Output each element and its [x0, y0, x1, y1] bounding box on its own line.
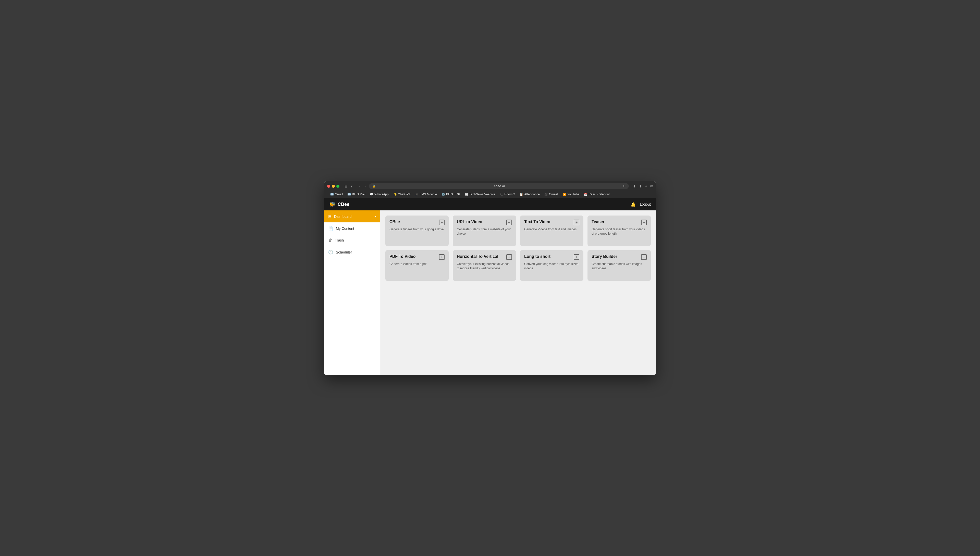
attendance-icon: 📋 [520, 193, 523, 196]
window-controls: ⊞ ▾ [343, 184, 353, 189]
gmeet-icon: 🎥 [544, 193, 548, 196]
card-cbee-description: Generate Videos from your google drive [389, 227, 445, 231]
card-text-to-video-add-button[interactable]: + [574, 220, 579, 225]
forward-button[interactable]: › [363, 184, 367, 189]
sidebar: ⊞ Dashboard ▾ 📄 My Content 🗑 Trash 🕐 Sch… [324, 210, 380, 375]
bookmark-lms[interactable]: 🎓 LMS Moodle [413, 192, 439, 197]
card-pdf-to-video-add-button[interactable]: + [439, 254, 445, 260]
sidebar-item-scheduler[interactable]: 🕐 Scheduler [324, 246, 380, 258]
card-h2v-title: Horizontal To Vertical [457, 254, 498, 259]
sidebar-toggle-icon[interactable]: ⊞ [343, 184, 348, 189]
youtube-icon: ▶️ [563, 193, 566, 196]
erp-icon: ⚙️ [442, 193, 445, 196]
bookmark-label: YouTube [567, 192, 579, 196]
file-icon: 📄 [328, 226, 333, 231]
card-url-to-video-add-button[interactable]: + [506, 220, 512, 225]
bookmark-label: Gmeet [549, 192, 558, 196]
bits-mail-icon: 📧 [347, 193, 351, 196]
bookmark-gmail[interactable]: 📧 Gmail [328, 192, 345, 197]
refresh-icon[interactable]: ↻ [623, 184, 626, 188]
gmail-icon: 📧 [330, 193, 334, 196]
bookmark-react-calendar[interactable]: 📅 React Calendar [582, 192, 612, 197]
close-button[interactable] [327, 185, 330, 188]
card-teaser-header: Teaser + [591, 220, 647, 225]
card-story-builder[interactable]: Story Builder + Create shareable stories… [588, 250, 651, 281]
card-pdf-to-video[interactable]: PDF To Video + Generate videos from a pd… [386, 250, 449, 281]
card-text-to-video-title: Text To Video [524, 220, 550, 224]
calendar-icon: 📅 [584, 193, 588, 196]
new-tab-icon[interactable]: + [645, 184, 647, 188]
bookmark-youtube[interactable]: ▶️ YouTube [561, 192, 582, 197]
bookmark-label: TechNews Veehive [469, 192, 495, 196]
minimize-button[interactable] [332, 185, 335, 188]
chatgpt-icon: ✨ [393, 193, 397, 196]
card-url-to-video-title: URL to Video [457, 220, 482, 224]
lms-icon: 🎓 [415, 193, 419, 196]
bookmark-whatsapp[interactable]: 💬 WhatsApp [368, 192, 390, 197]
technews-icon: 📰 [465, 193, 468, 196]
card-teaser-description: Generate short teaser from your videos o… [591, 227, 647, 236]
browser-titlebar: ⊞ ▾ ‹ › 🔒 cbee.ai ↻ ⬇ ⬆ + ⧉ [327, 183, 653, 189]
sidebar-item-dashboard[interactable]: ⊞ Dashboard ▾ [324, 210, 380, 222]
bookmark-technews[interactable]: 📰 TechNews Veehive [463, 192, 497, 197]
bookmark-label: WhatsApp [374, 192, 389, 196]
card-cbee-add-button[interactable]: + [439, 220, 445, 225]
card-teaser-add-button[interactable]: + [641, 220, 647, 225]
address-bar[interactable]: 🔒 cbee.ai ↻ [369, 183, 628, 189]
main-content: CBee + Generate Videos from your google … [380, 210, 656, 375]
bookmark-label: Gmail [335, 192, 343, 196]
card-url-to-video-header: URL to Video + [457, 220, 512, 225]
bookmark-room2[interactable]: 📞 Room 2 [498, 192, 517, 197]
lock-icon: 🔒 [372, 184, 376, 188]
share-icon[interactable]: ⬆ [639, 184, 642, 188]
browser-chrome: ⊞ ▾ ‹ › 🔒 cbee.ai ↻ ⬇ ⬆ + ⧉ 📧 Gmail [324, 181, 656, 198]
app-logo: 🐝 CBee [329, 201, 349, 207]
bookmarks-bar: 📧 Gmail 📧 BITS Mail 💬 WhatsApp ✨ ChatGPT… [327, 191, 653, 198]
card-teaser-title: Teaser [591, 220, 604, 224]
card-h2v-header: Horizontal To Vertical + [457, 254, 512, 260]
sidebar-item-trash[interactable]: 🗑 Trash [324, 234, 380, 246]
tabs-icon[interactable]: ⧉ [650, 184, 653, 188]
bookmark-gmeet[interactable]: 🎥 Gmeet [542, 192, 560, 197]
chevron-down-icon[interactable]: ▾ [350, 184, 353, 189]
card-long-to-short[interactable]: Long to short + Convert your long videos… [520, 250, 583, 281]
card-l2s-title: Long to short [524, 254, 551, 259]
card-story-header: Story Builder + [591, 254, 647, 260]
bookmark-label: React Calendar [588, 192, 610, 196]
card-l2s-header: Long to short + [524, 254, 579, 260]
card-story-add-button[interactable]: + [641, 254, 647, 260]
bookmark-label: LMS Moodle [420, 192, 437, 196]
bee-icon: 🐝 [329, 201, 335, 207]
card-cbee[interactable]: CBee + Generate Videos from your google … [386, 215, 449, 246]
card-url-to-video[interactable]: URL to Video + Generate Videos from a we… [453, 215, 516, 246]
bookmark-attendance[interactable]: 📋 Attendance [518, 192, 542, 197]
chevron-icon: ▾ [374, 215, 376, 218]
bookmark-bits-mail[interactable]: 📧 BITS Mail [345, 192, 367, 197]
card-pdf-to-video-title: PDF To Video [389, 254, 416, 259]
back-button[interactable]: ‹ [358, 184, 362, 189]
bookmark-bits-erp[interactable]: ⚙️ BITS ERP [439, 192, 462, 197]
bookmark-label: Attendance [524, 192, 540, 196]
maximize-button[interactable] [336, 185, 339, 188]
trash-icon: 🗑 [328, 238, 332, 242]
logout-button[interactable]: Logout [640, 202, 651, 206]
sidebar-label-scheduler: Scheduler [336, 250, 352, 254]
clock-icon: 🕐 [328, 250, 333, 255]
card-h2v-add-button[interactable]: + [506, 254, 512, 260]
card-horizontal-to-vertical[interactable]: Horizontal To Vertical + Convert your ex… [453, 250, 516, 281]
browser-window: ⊞ ▾ ‹ › 🔒 cbee.ai ↻ ⬇ ⬆ + ⧉ 📧 Gmail [324, 181, 656, 375]
card-pdf-to-video-header: PDF To Video + [389, 254, 445, 260]
app-header: 🐝 CBee 🔔 Logout [324, 198, 656, 210]
sidebar-item-my-content[interactable]: 📄 My Content [324, 222, 380, 234]
header-right: 🔔 Logout [631, 202, 651, 207]
notification-icon[interactable]: 🔔 [631, 202, 636, 207]
card-teaser[interactable]: Teaser + Generate short teaser from your… [588, 215, 651, 246]
browser-actions: ⬇ ⬆ + ⧉ [633, 184, 653, 188]
download-icon[interactable]: ⬇ [633, 184, 636, 188]
card-text-to-video[interactable]: Text To Video + Generate Videos from tex… [520, 215, 583, 246]
nav-controls: ‹ › [358, 184, 367, 189]
bookmark-chatgpt[interactable]: ✨ ChatGPT [391, 192, 413, 197]
sidebar-label-trash: Trash [335, 238, 344, 242]
bookmark-label: BITS ERP [446, 192, 460, 196]
card-l2s-add-button[interactable]: + [574, 254, 579, 260]
